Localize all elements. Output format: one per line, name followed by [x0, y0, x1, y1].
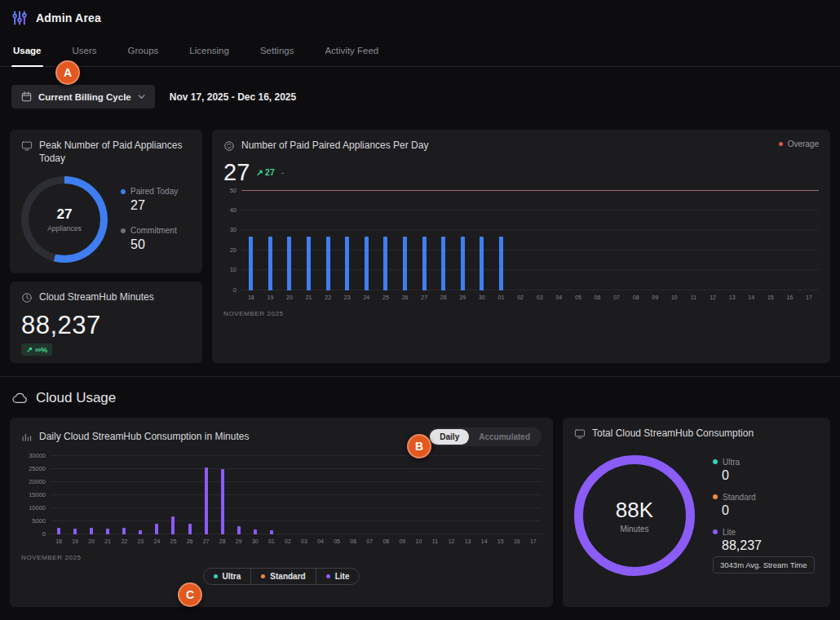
y-tick-label: 20000: [29, 478, 46, 485]
trend-up-icon: ↗: [26, 345, 33, 354]
y-tick-label: 30000: [29, 452, 46, 459]
bar-slot: [165, 456, 181, 534]
x-tick-label: 27: [414, 294, 434, 300]
peak-card-body: 27 Appliances Paired Today 27: [21, 176, 191, 263]
bar: [90, 528, 93, 534]
daily-chart-plot: 050001000015000200002500030000: [51, 456, 542, 534]
x-tick-label: 13: [723, 294, 742, 300]
bar: [365, 237, 369, 290]
bar-slot: [741, 191, 761, 290]
x-tick-label: 27: [198, 538, 214, 544]
bar: [106, 529, 109, 534]
x-tick-label: 10: [665, 294, 684, 300]
page-title: Admin Area: [36, 11, 101, 24]
x-tick-label: 23: [132, 538, 148, 544]
x-tick-label: 29: [453, 294, 473, 300]
peak-donut-value: 27: [57, 206, 73, 223]
x-tick-label: 19: [67, 538, 83, 544]
bar-slot: [132, 456, 148, 534]
y-tick-label: 10000: [29, 504, 46, 512]
avg-stream-time-badge: 3043m Avg. Stream Time: [713, 556, 815, 574]
x-tick-label: 22: [116, 538, 132, 544]
bar-slot: [67, 456, 83, 534]
cloud-usage-title: Cloud Usage: [36, 390, 116, 406]
peak-card-title-text: Peak Number of Paid Appliances Today: [39, 140, 191, 165]
bar-slot: [198, 456, 214, 534]
bar-slot: [361, 456, 378, 534]
ultra-dot-icon: [713, 459, 718, 464]
appliances-trend: ↗ 27: [256, 167, 275, 177]
bar: [73, 529, 77, 534]
toggle-accumulated[interactable]: Accumulated: [469, 429, 540, 445]
lite-dot-icon: [326, 574, 330, 578]
bar: [422, 237, 427, 290]
x-tick-label: 09: [394, 538, 410, 544]
commitment-value: 50: [130, 237, 178, 252]
tab-usage[interactable]: Usage: [11, 41, 43, 66]
bar-slot: [280, 191, 299, 290]
tab-activity-feed[interactable]: Activity Feed: [323, 41, 380, 66]
total-lite-value: 88,237: [722, 538, 815, 553]
ultra-pill-label: Ultra: [223, 572, 241, 581]
lite-pill-label: Lite: [335, 572, 350, 581]
x-tick-label: 10: [410, 538, 427, 544]
bar: [480, 237, 484, 290]
bar-slot: [509, 456, 525, 534]
legend-pill-lite[interactable]: Lite: [316, 569, 360, 584]
bar-slot: [214, 456, 231, 534]
x-tick-label: 02: [280, 538, 296, 544]
bar-slot: [530, 191, 550, 290]
x-tick-label: 16: [780, 294, 800, 300]
total-donut-value: 88K: [616, 498, 653, 523]
usage-cards-row: Peak Number of Paid Appliances Today 27 …: [0, 130, 840, 363]
x-tick-label: 20: [83, 538, 99, 544]
overage-label: Overage: [788, 140, 819, 148]
bar-slot: [396, 191, 415, 290]
bar-slot: [761, 191, 780, 290]
x-tick-label: 25: [376, 294, 396, 300]
annotation-marker-a: A: [55, 60, 80, 85]
billing-cycle-dropdown[interactable]: Current Billing Cycle: [11, 85, 155, 108]
legend-pill-standard[interactable]: Standard: [250, 569, 315, 584]
legend-item-commitment: Commitment 50: [121, 226, 178, 252]
x-tick-label: 19: [261, 294, 281, 300]
appliances-per-day-card: Number of Paid Paired Appliances Per Day…: [212, 130, 830, 363]
x-tick-label: 29: [231, 538, 247, 544]
bar-slot: [299, 191, 319, 290]
bar: [345, 237, 349, 290]
filter-bar: Current Billing Cycle Nov 17, 2025 - Dec…: [0, 67, 840, 108]
tab-groups[interactable]: Groups: [126, 41, 161, 66]
bar: [307, 237, 311, 290]
daily-consumption-bar-chart: 050001000015000200002500030000 181920212…: [21, 456, 542, 544]
toggle-daily[interactable]: Daily: [430, 429, 469, 445]
peak-appliances-card: Peak Number of Paid Appliances Today 27 …: [10, 130, 202, 273]
bar: [221, 469, 224, 534]
daily-legend-row: Ultra Standard Lite: [21, 568, 542, 585]
bar-slot: [511, 191, 530, 290]
bar-slot: [799, 191, 819, 290]
ultra-dot-icon: [214, 574, 218, 578]
bar-slot: [378, 456, 394, 534]
minutes-card-title: Cloud StreamHub Minutes: [21, 291, 191, 304]
x-tick-label: 15: [493, 538, 509, 544]
bar: [441, 237, 445, 290]
bar-slot: [703, 191, 723, 290]
tab-settings[interactable]: Settings: [259, 41, 296, 66]
tab-licensing[interactable]: Licensing: [188, 41, 231, 66]
bar-slot: [434, 191, 453, 290]
bar-slot: [444, 456, 460, 534]
bar: [237, 526, 241, 534]
x-tick-label: 06: [588, 294, 608, 300]
bar-slot: [357, 191, 377, 290]
legend-pill-ultra[interactable]: Ultra: [204, 569, 251, 584]
peak-donut-hole: 27 Appliances: [29, 184, 100, 255]
appliances-trend-suffix: -: [281, 168, 284, 177]
x-tick-label: 02: [511, 294, 530, 300]
x-tick-label: 07: [607, 294, 626, 300]
bar-slot: [645, 191, 665, 290]
bar: [254, 529, 257, 534]
bar: [403, 237, 407, 290]
daily-consumption-card: Daily Cloud StreamHub Consumption in Min…: [10, 418, 553, 607]
appliances-chart-xaxis: 1819202122232425262728293001020304050607…: [241, 294, 819, 300]
x-tick-label: 22: [318, 294, 338, 300]
